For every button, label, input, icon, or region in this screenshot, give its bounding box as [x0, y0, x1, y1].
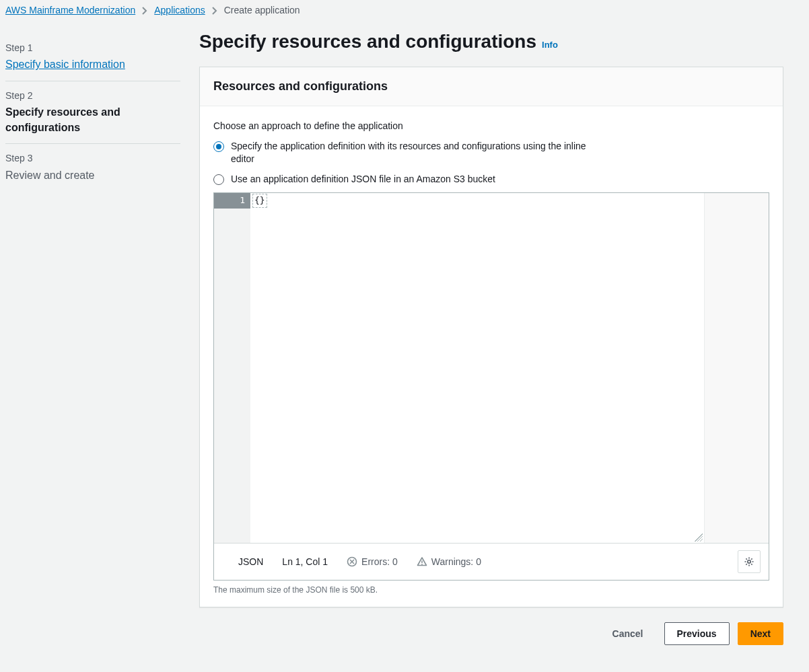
radio-s3-file[interactable]: Use an application definition JSON file … — [213, 173, 769, 186]
breadcrumb-current: Create application — [224, 4, 300, 17]
chevron-right-icon — [212, 7, 217, 15]
wizard-step-resources: Specify resources and configurations — [5, 105, 180, 135]
editor-cursor-position: Ln 1, Col 1 — [282, 556, 328, 569]
editor-gutter: 1 — [214, 193, 250, 543]
json-editor: 1 {} JSON Ln 1, Col 1 — [213, 192, 769, 581]
error-icon — [347, 556, 357, 567]
chevron-right-icon — [142, 7, 147, 15]
wizard-step-review: Review and create — [5, 168, 180, 183]
radio-icon — [213, 174, 224, 185]
editor-settings-button[interactable] — [738, 550, 761, 573]
wizard-footer: Cancel Previous Next — [199, 622, 783, 645]
line-number: 1 — [214, 193, 250, 208]
editor-warnings: Warnings: 0 — [417, 556, 481, 569]
breadcrumb-applications[interactable]: Applications — [154, 4, 205, 17]
previous-button[interactable]: Previous — [664, 622, 730, 645]
resources-panel: Resources and configurations Choose an a… — [199, 67, 783, 607]
panel-title: Resources and configurations — [213, 78, 769, 95]
resize-handle[interactable] — [695, 533, 703, 542]
cancel-button[interactable]: Cancel — [600, 622, 656, 645]
step-label: Step 1 — [5, 42, 180, 55]
radio-icon — [213, 141, 224, 152]
svg-point-3 — [748, 560, 750, 563]
step-label: Step 3 — [5, 152, 180, 165]
main-content: Specify resources and configurations Inf… — [188, 26, 794, 659]
info-link[interactable]: Info — [542, 39, 558, 51]
editor-hint: The maximum size of the JSON file is 500… — [213, 585, 769, 596]
editor-language: JSON — [238, 556, 263, 569]
editor-content: {} — [253, 194, 267, 207]
gear-icon — [744, 556, 754, 567]
editor-textarea[interactable]: {} — [250, 193, 704, 543]
radio-inline-editor[interactable]: Specify the application definition with … — [213, 140, 769, 166]
wizard-nav: Step 1 Specify basic information Step 2 … — [0, 26, 188, 659]
warning-icon — [417, 556, 427, 567]
approach-label: Choose an approach to define the applica… — [213, 120, 769, 133]
page-title: Specify resources and configurations — [199, 28, 536, 54]
next-button[interactable]: Next — [738, 622, 783, 645]
editor-errors: Errors: 0 — [347, 556, 398, 569]
radio-label: Specify the application definition with … — [231, 140, 608, 166]
radio-label: Use an application definition JSON file … — [231, 173, 495, 186]
breadcrumb-root[interactable]: AWS Mainframe Modernization — [5, 4, 135, 17]
editor-status-bar: JSON Ln 1, Col 1 Errors: 0 — [214, 543, 769, 580]
editor-minimap[interactable] — [704, 193, 769, 543]
breadcrumb: AWS Mainframe Modernization Applications… — [0, 0, 809, 26]
step-label: Step 2 — [5, 89, 180, 103]
wizard-step-basic-info[interactable]: Specify basic information — [5, 57, 180, 72]
svg-point-2 — [421, 564, 423, 565]
